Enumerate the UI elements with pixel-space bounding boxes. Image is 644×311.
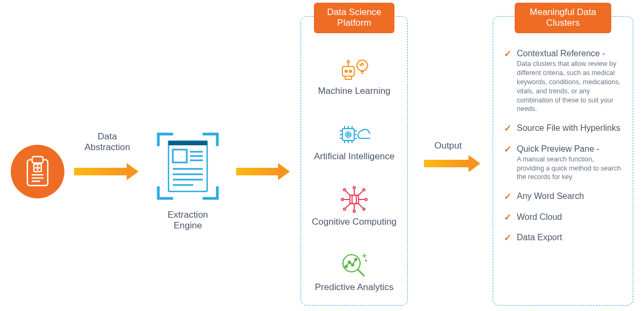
svg-rect-40 (350, 195, 358, 204)
data-science-platform-panel: Data Science Platform Machine Learn (301, 16, 408, 306)
svg-point-17 (345, 70, 347, 72)
svg-point-60 (348, 261, 350, 263)
document-scan-icon (156, 131, 220, 201)
extraction-engine: Extraction Engine (153, 131, 223, 231)
svg-point-56 (363, 208, 365, 210)
mdc-item-desc: A manual search function, providing a qu… (517, 155, 622, 182)
mdc-item-title: Source File with Hyperlinks (517, 123, 620, 133)
svg-point-18 (349, 70, 352, 72)
mdc-title2: Clusters (515, 18, 611, 28)
meaningful-data-clusters-panel: Meaningful Data Clusters ✓ Contextual Re… (493, 16, 633, 306)
svg-point-59 (345, 265, 347, 268)
check-icon: ✓ (504, 144, 511, 155)
mdc-header: Meaningful Data Clusters (515, 3, 611, 33)
mdc-item-title: Data Export (517, 233, 562, 242)
svg-line-49 (346, 191, 351, 196)
mdc-item-title: Contextual Reference - (517, 49, 622, 58)
svg-rect-16 (342, 66, 354, 76)
mdc-item: ✓ Source File with Hyperlinks (504, 123, 622, 134)
medical-clipboard-icon (24, 156, 51, 188)
mdc-title1: Meaningful Data (515, 7, 611, 18)
analytics-lens-icon (340, 251, 369, 278)
dsp-item-ai: Artificial Intelligence (314, 121, 394, 162)
mdc-item: ✓ Any Word Search (504, 191, 622, 202)
mdc-item-title: Quick Preview Pane - (517, 144, 622, 154)
mdc-list: ✓ Contextual Reference - Data clusters t… (504, 49, 622, 243)
mdc-item: ✓ Contextual Reference - Data clusters t… (504, 49, 622, 114)
dsp-item-ml: Machine Learning (318, 56, 390, 97)
dsp-header: Data Science Platform (314, 3, 394, 33)
check-icon: ✓ (504, 49, 511, 60)
arrow1 (74, 168, 128, 175)
check-icon: ✓ (504, 233, 511, 243)
dsp-item-cc: Cognitive Computing (312, 187, 397, 227)
svg-rect-25 (342, 129, 354, 140)
svg-point-62 (355, 258, 357, 261)
dsp-title1: Data Science (314, 7, 394, 18)
arrow1-label: Data Abstraction (78, 131, 137, 153)
check-icon: ✓ (504, 191, 511, 202)
dsp-item-pa: Predictive Analytics (315, 252, 393, 293)
robot-bulb-icon (338, 56, 370, 82)
engine-label: Extraction Engine (153, 210, 223, 231)
check-icon: ✓ (504, 123, 511, 134)
dsp-ml-label: Machine Learning (318, 86, 390, 97)
mdc-item: ✓ Word Cloud (504, 212, 622, 223)
svg-line-51 (357, 191, 363, 196)
svg-line-55 (357, 203, 363, 208)
svg-point-48 (365, 198, 367, 201)
svg-rect-1 (32, 157, 43, 163)
mdc-item-title: Word Cloud (517, 212, 562, 222)
svg-point-27 (347, 134, 349, 136)
arrow3-label: Output (427, 140, 470, 151)
svg-point-54 (343, 208, 346, 210)
mdc-item-title: Any Word Search (517, 191, 584, 201)
dsp-ai-label: Artificial Intelligence (314, 151, 394, 162)
arrow2 (236, 168, 279, 175)
svg-point-20 (347, 61, 349, 63)
dsp-title2: Platform (314, 18, 394, 28)
svg-point-42 (353, 187, 355, 189)
check-icon: ✓ (504, 212, 511, 223)
svg-rect-21 (345, 76, 352, 79)
svg-point-26 (346, 132, 351, 137)
svg-line-58 (357, 269, 364, 276)
dsp-pa-label: Predictive Analytics (315, 282, 393, 293)
svg-point-61 (352, 264, 354, 266)
svg-point-52 (363, 189, 365, 191)
svg-point-50 (343, 189, 346, 191)
mdc-item: ✓ Quick Preview Pane - A manual search f… (504, 144, 622, 182)
mdc-item-desc: Data clusters that allow review by diffe… (517, 60, 622, 114)
diagram-stage: Data Abstraction Extraction Engine (0, 0, 644, 311)
mdc-item: ✓ Data Export (504, 233, 622, 243)
svg-point-46 (341, 198, 343, 201)
svg-point-22 (357, 60, 368, 71)
svg-point-44 (353, 210, 355, 212)
svg-line-53 (346, 203, 351, 208)
dsp-cc-label: Cognitive Computing (312, 217, 397, 227)
arrow3 (424, 160, 470, 167)
svg-rect-7 (169, 141, 207, 145)
source-circle (11, 145, 64, 198)
chip-cloud-icon (338, 121, 370, 147)
svg-rect-6 (169, 141, 207, 191)
brain-circuit-icon (339, 186, 369, 213)
